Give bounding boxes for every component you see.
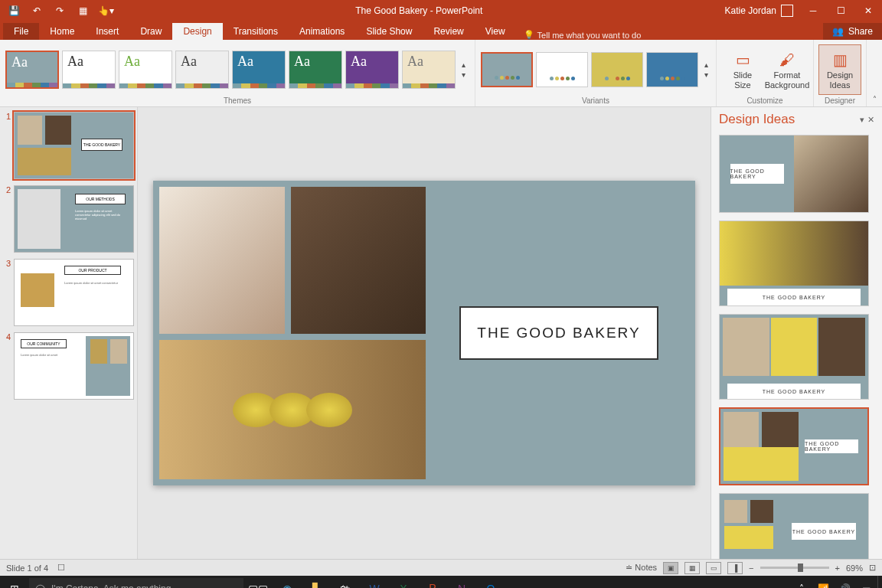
theme-thumb-2[interactable]: Aa	[119, 51, 172, 89]
redo-button[interactable]: ↷	[49, 2, 70, 20]
themes-more-button[interactable]: ▴▾	[458, 51, 469, 89]
slide-image-2[interactable]	[291, 187, 426, 334]
zoom-level[interactable]: 69%	[846, 564, 863, 573]
theme-thumb-1[interactable]: Aa	[62, 51, 116, 89]
wifi-icon[interactable]: 📶	[813, 576, 833, 588]
themes-label: Themes	[5, 96, 470, 105]
slide-image-1[interactable]	[159, 187, 285, 334]
share-button[interactable]: 👥 Share	[823, 23, 882, 40]
theme-thumb-3[interactable]: Aa	[175, 51, 229, 89]
user-account[interactable]: Katie Jordan	[719, 5, 799, 17]
tab-view[interactable]: View	[475, 23, 516, 40]
slideshow-view-button[interactable]: ▐	[727, 562, 743, 574]
design-ideas-icon: ▥	[828, 49, 852, 70]
minimize-button[interactable]: ─	[799, 0, 827, 21]
designer-label: Designer	[818, 96, 861, 105]
reading-view-button[interactable]: ▭	[706, 562, 721, 574]
ribbon-tab-strip: File Home Insert Draw Design Transitions…	[0, 21, 882, 40]
store-icon[interactable]: 🛍	[331, 576, 360, 588]
collapse-ribbon-button[interactable]: ˄	[867, 40, 882, 106]
zoom-slider[interactable]	[760, 567, 829, 569]
design-idea-2[interactable]: THE GOOD BAKERY	[719, 220, 869, 306]
powerpoint-icon[interactable]: P	[418, 576, 447, 588]
slide-thumbnail-3[interactable]: OUR PRODUCTLorem ipsum dolor sit amet co…	[14, 259, 134, 326]
tab-slide-show[interactable]: Slide Show	[355, 23, 423, 40]
theme-thumb-6[interactable]: Aa	[345, 51, 399, 89]
tray-expand-icon[interactable]: ˄	[792, 576, 812, 588]
tab-review[interactable]: Review	[423, 23, 474, 40]
theme-thumb-5[interactable]: Aa	[289, 51, 342, 89]
maximize-button[interactable]: ☐	[827, 0, 854, 21]
pane-options-button[interactable]: ▾	[860, 115, 864, 125]
pane-close-button[interactable]: ✕	[867, 115, 874, 125]
theme-thumb-7[interactable]: Aa	[402, 51, 456, 89]
design-idea-5[interactable]: THE GOOD BAKERY	[719, 493, 869, 559]
slide-size-icon: ▭	[730, 49, 755, 70]
variant-thumb-0[interactable]	[481, 52, 533, 87]
design-idea-3[interactable]: THE GOOD BAKERY	[719, 314, 869, 400]
variant-thumb-2[interactable]	[591, 52, 643, 87]
format-background-button[interactable]: 🖌 Format Background	[766, 44, 808, 95]
tab-insert[interactable]: Insert	[85, 23, 129, 40]
slide-counter[interactable]: Slide 1 of 4	[6, 564, 48, 573]
volume-icon[interactable]: 🔊	[835, 576, 854, 588]
show-desktop-button[interactable]	[877, 576, 882, 588]
sorter-view-button[interactable]: ▦	[684, 562, 700, 574]
slide-thumbnail-4[interactable]: OUR COMMUNITYLorem ipsum dolor sit amet	[14, 332, 134, 400]
tab-draw[interactable]: Draw	[129, 23, 172, 40]
share-icon: 👥	[832, 26, 844, 37]
zoom-in-button[interactable]: +	[835, 564, 840, 573]
theme-thumb-0[interactable]: Aa	[5, 51, 59, 89]
present-button[interactable]: ▦	[72, 2, 93, 20]
zoom-out-button[interactable]: −	[749, 564, 753, 573]
tab-design[interactable]: Design	[172, 23, 222, 40]
variant-thumb-3[interactable]	[646, 52, 698, 87]
slides-thumbnail-panel[interactable]: 1THE GOOD BAKERY2OUR METHODSLorem ipsum …	[0, 107, 138, 559]
design-idea-4[interactable]: THE GOOD BAKERY	[719, 407, 869, 485]
slide-thumbnail-2[interactable]: OUR METHODSLorem ipsum dolor sit amet co…	[14, 185, 134, 253]
slide-title-textbox[interactable]: THE GOOD BAKERY	[459, 306, 658, 360]
save-button[interactable]: 💾	[3, 2, 24, 20]
cortana-icon: ◯	[35, 583, 45, 588]
task-view-button[interactable]: ▢▢	[243, 576, 273, 588]
edge-icon[interactable]: ◉	[273, 576, 302, 588]
user-icon	[781, 5, 793, 17]
notes-button[interactable]: ≐ Notes	[626, 563, 657, 573]
slide-thumbnail-1[interactable]: THE GOOD BAKERY	[14, 112, 134, 179]
tell-me-search[interactable]: 💡 Tell me what you want to do	[524, 30, 642, 40]
variant-thumb-1[interactable]	[536, 52, 588, 87]
slide-editor[interactable]: THE GOOD BAKERY	[153, 181, 695, 485]
spell-check-icon[interactable]: ☐	[57, 563, 65, 573]
word-icon[interactable]: W	[360, 576, 389, 588]
start-button[interactable]: ⊞	[0, 576, 29, 588]
fit-to-window-button[interactable]: ⊡	[869, 563, 876, 573]
design-ideas-list[interactable]: THE GOOD BAKERYTHE GOOD BAKERYTHE GOOD B…	[711, 132, 882, 559]
cortana-search[interactable]: ◯ I'm Cortana. Ask me anything.	[29, 578, 243, 588]
tab-animations[interactable]: Animations	[289, 23, 355, 40]
design-ideas-header: Design Ideas ▾ ✕	[711, 107, 882, 132]
slide-canvas-area[interactable]: THE GOOD BAKERY	[138, 107, 710, 559]
document-title: The Good Bakery - PowerPoint	[119, 5, 719, 16]
outlook-icon[interactable]: O	[476, 576, 505, 588]
close-button[interactable]: ✕	[854, 0, 882, 21]
excel-icon[interactable]: X	[389, 576, 418, 588]
slide-size-button[interactable]: ▭ Slide Size	[721, 44, 764, 95]
customize-label: Customize	[721, 96, 808, 105]
ribbon: AaAaAaAaAaAaAaAa▴▾ Themes ▴▾ Variants ▭ …	[0, 40, 882, 107]
design-idea-1[interactable]: THE GOOD BAKERY	[719, 135, 869, 213]
theme-thumb-4[interactable]: Aa	[232, 51, 286, 89]
undo-button[interactable]: ↶	[26, 2, 47, 20]
normal-view-button[interactable]: ▣	[663, 562, 678, 574]
tab-home[interactable]: Home	[39, 23, 85, 40]
status-bar: Slide 1 of 4 ☐ ≐ Notes ▣ ▦ ▭ ▐ − + 69% ⊡	[0, 559, 882, 576]
variants-more-button[interactable]: ▴▾	[701, 51, 711, 89]
touch-mode-button[interactable]: 👆▾	[95, 2, 116, 20]
tab-transitions[interactable]: Transitions	[223, 23, 289, 40]
themes-group: AaAaAaAaAaAaAaAa▴▾ Themes	[0, 40, 475, 106]
onenote-icon[interactable]: N	[447, 576, 476, 588]
slide-image-3[interactable]	[159, 340, 426, 479]
file-explorer-icon[interactable]: ▋	[302, 576, 331, 588]
design-ideas-button[interactable]: ▥ Design Ideas	[818, 44, 861, 95]
action-center-icon[interactable]: ▭	[856, 576, 876, 588]
tab-file[interactable]: File	[3, 23, 39, 40]
